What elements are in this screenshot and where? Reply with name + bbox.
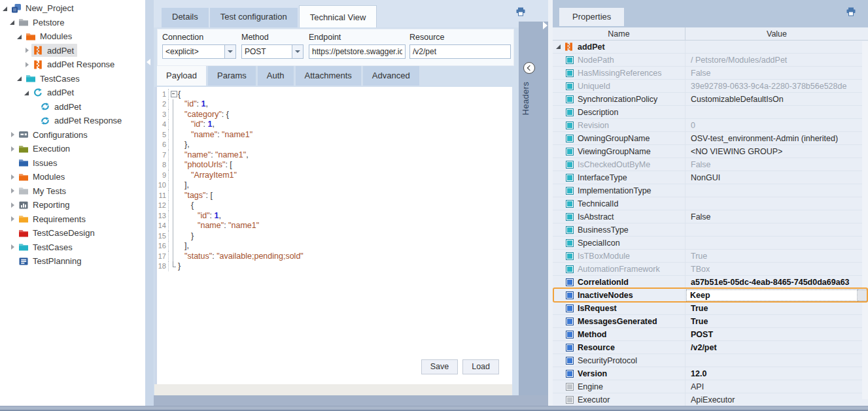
- tree-splitter[interactable]: [145, 0, 154, 406]
- property-row-method[interactable]: MethodPOST: [553, 328, 868, 341]
- property-row-ischeckedoutbyme[interactable]: IsCheckedOutByMeFalse: [553, 158, 868, 171]
- expand-arrow-icon[interactable]: [9, 215, 17, 223]
- tab-params[interactable]: Params: [208, 66, 256, 86]
- expand-arrow-icon[interactable]: [24, 61, 31, 69]
- property-row-implementationtype[interactable]: ImplementationType: [553, 184, 868, 197]
- expand-arrow-icon[interactable]: [2, 5, 10, 12]
- tree-item-addpet[interactable]: addPet: [0, 86, 145, 100]
- property-row-revision[interactable]: Revision0: [553, 119, 868, 132]
- property-row-description[interactable]: Description: [553, 106, 868, 119]
- property-row-resource[interactable]: Resource/v2/pet: [553, 341, 868, 354]
- name-column-header[interactable]: Name: [553, 27, 686, 40]
- expand-arrow-icon[interactable]: [9, 131, 17, 139]
- tree-item-label: TestCases: [40, 74, 80, 84]
- property-row-executor[interactable]: ExecutorApiExecutor: [553, 393, 868, 406]
- property-row-isabstract[interactable]: IsAbstractFalse: [553, 210, 868, 223]
- property-row-specialicon[interactable]: SpecialIcon: [553, 237, 868, 250]
- property-row-isrequest[interactable]: IsRequestTrue: [553, 302, 868, 315]
- inactive-nodes-input[interactable]: [686, 289, 858, 301]
- expand-arrow-icon[interactable]: [9, 173, 17, 181]
- tree-item-label: addPet: [47, 46, 74, 56]
- property-root-row[interactable]: addPet: [553, 41, 868, 54]
- tree-item-my-tests[interactable]: My Tests: [0, 184, 145, 199]
- expand-headers-button[interactable]: [523, 62, 535, 74]
- expand-arrow-icon[interactable]: [16, 74, 24, 82]
- tree-item-requirements[interactable]: Requirements: [0, 212, 145, 227]
- tree-item-new-project[interactable]: New_Project: [0, 1, 145, 16]
- expand-arrow-icon[interactable]: [9, 145, 17, 153]
- tree-item-testcases[interactable]: TestCases: [0, 72, 145, 86]
- fold-guide: [169, 109, 178, 120]
- load-button[interactable]: Load: [462, 359, 499, 374]
- save-button[interactable]: Save: [421, 359, 459, 374]
- tab-test-configuration[interactable]: Test configuration: [210, 8, 298, 27]
- tree-item-testcasedesign[interactable]: TestCaseDesign: [0, 226, 145, 240]
- tab-technical-view[interactable]: Technical View: [299, 5, 377, 27]
- expand-arrow-icon[interactable]: [24, 89, 31, 97]
- fold-collapse-icon[interactable]: [169, 89, 178, 99]
- tree-item-addpet-response[interactable]: addPet Response: [0, 58, 145, 72]
- properties-scrollbar[interactable]: [862, 41, 868, 399]
- property-row-nodepath[interactable]: NodePath/ Petstore/Modules/addPet: [553, 54, 868, 67]
- tree-item-petstore[interactable]: Petstore: [0, 16, 145, 30]
- tab-advanced[interactable]: Advanced: [363, 66, 419, 86]
- printer-icon[interactable]: [515, 7, 526, 16]
- tree-item-addpet[interactable]: addPet: [0, 100, 145, 114]
- endpoint-input[interactable]: [309, 45, 405, 58]
- property-row-version[interactable]: Version12.0: [553, 367, 868, 380]
- method-select[interactable]: [242, 45, 292, 58]
- expand-arrow-icon[interactable]: [9, 18, 17, 26]
- tree-item-addpet[interactable]: addPet: [0, 44, 145, 58]
- fold-guide: [169, 190, 178, 201]
- chevron-down-icon[interactable]: [292, 45, 303, 58]
- expand-arrow-icon[interactable]: [9, 187, 17, 195]
- value-column-header[interactable]: Value: [686, 27, 868, 40]
- property-row-istboxmodule[interactable]: IsTBoxModuleTrue: [553, 250, 868, 263]
- tree-item-testcases[interactable]: TestCases: [0, 240, 145, 255]
- expand-arrow-icon[interactable]: [24, 46, 31, 54]
- property-row-viewinggroupname[interactable]: ViewingGroupName<NO VIEWING GROUP>: [553, 145, 868, 158]
- property-row-technicalid[interactable]: TechnicalId: [553, 197, 868, 210]
- expand-arrow-icon[interactable]: [9, 201, 17, 209]
- property-row-uniqueid[interactable]: UniqueId39e92789-0633-9c4a-2280-378b56e5…: [553, 80, 868, 93]
- expand-arrow-icon[interactable]: [16, 33, 24, 41]
- property-row-inactivenodes[interactable]: InactiveNodes: [553, 289, 868, 302]
- tree-item-issues[interactable]: Issues: [0, 156, 145, 171]
- tree-item-execution[interactable]: Execution: [0, 142, 145, 156]
- connection-select[interactable]: [163, 45, 224, 58]
- property-row-automationframework[interactable]: AutomationFrameworkTBox: [553, 263, 868, 276]
- property-row-correlationid[interactable]: CorrelationIda57b51e5-05dc-4eab-8465-745…: [553, 276, 868, 289]
- property-row-businesstype[interactable]: BusinessType: [553, 223, 868, 237]
- tree-item-addpet-response[interactable]: addPet Response: [0, 114, 145, 128]
- folder-orange-icon: [26, 31, 36, 42]
- property-row-securityprotocol[interactable]: SecurityProtocol: [553, 354, 868, 367]
- expand-arrow-icon[interactable]: [555, 43, 563, 50]
- resource-input[interactable]: [410, 45, 510, 58]
- headers-vertical-tab[interactable]: Headers: [521, 82, 530, 115]
- tab-payload[interactable]: Payload: [157, 66, 206, 86]
- printer-icon[interactable]: [846, 7, 856, 16]
- expand-arrow-icon[interactable]: [9, 243, 17, 251]
- tab-properties[interactable]: Properties: [559, 8, 624, 26]
- tab-auth[interactable]: Auth: [258, 66, 294, 86]
- property-row-owninggroupname[interactable]: OwningGroupNameOSV-test_environment-Admi…: [553, 132, 868, 145]
- expand-panel-icon[interactable]: [543, 22, 547, 29]
- property-row-interfacetype[interactable]: InterfaceTypeNonGUI: [553, 171, 868, 184]
- property-name: Resource: [578, 343, 615, 352]
- field-options-button[interactable]: [858, 289, 868, 301]
- property-row-hasmissingreferences[interactable]: HasMissingReferencesFalse: [553, 67, 868, 80]
- tree-item-modules[interactable]: Modules: [0, 170, 145, 184]
- property-row-synchronizationpolicy[interactable]: SynchronizationPolicyCustomizableDefault…: [553, 93, 868, 106]
- tree-item-testplanning[interactable]: TestPlanning: [0, 254, 145, 269]
- tree-item-reporting[interactable]: Reporting: [0, 198, 145, 212]
- collapse-tree-icon[interactable]: [147, 59, 150, 65]
- tree-item-modules[interactable]: Modules: [0, 29, 145, 44]
- payload-json-editor[interactable]: 1{2"id": 1,3"category": {4"id": 1,5"name…: [154, 87, 512, 384]
- property-row-engine[interactable]: EngineAPI: [553, 380, 868, 393]
- tab-details[interactable]: Details: [162, 8, 209, 27]
- property-type-icon: [566, 70, 573, 76]
- chevron-down-icon[interactable]: [224, 45, 235, 58]
- tree-item-configurations[interactable]: Configurations: [0, 128, 145, 142]
- tab-attachments[interactable]: Attachments: [296, 66, 361, 86]
- property-row-messagesgenerated[interactable]: MessagesGeneratedTrue: [553, 315, 868, 328]
